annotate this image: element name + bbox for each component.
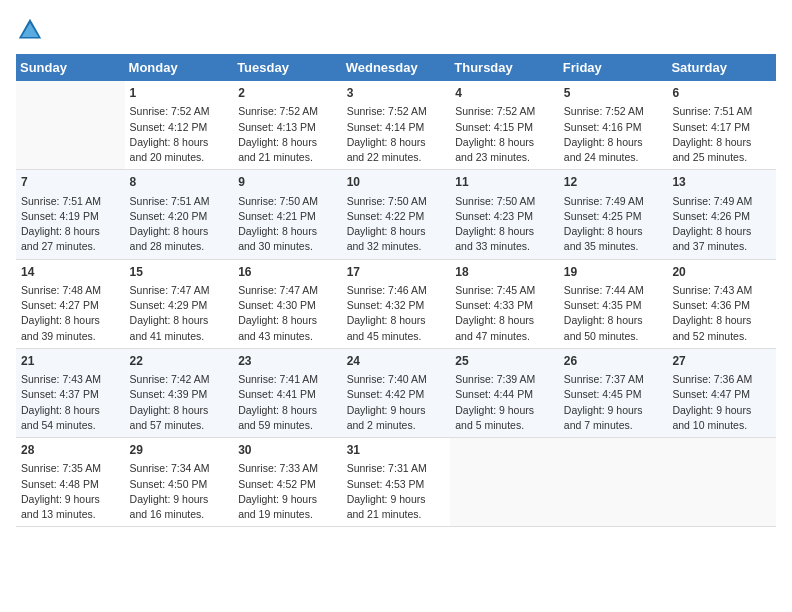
day-number: 1 <box>130 85 229 102</box>
day-info: Sunrise: 7:47 AM Sunset: 4:30 PM Dayligh… <box>238 283 337 344</box>
week-row-4: 21Sunrise: 7:43 AM Sunset: 4:37 PM Dayli… <box>16 348 776 437</box>
day-cell: 20Sunrise: 7:43 AM Sunset: 4:36 PM Dayli… <box>667 259 776 348</box>
day-info: Sunrise: 7:52 AM Sunset: 4:12 PM Dayligh… <box>130 104 229 165</box>
day-number: 30 <box>238 442 337 459</box>
day-cell: 23Sunrise: 7:41 AM Sunset: 4:41 PM Dayli… <box>233 348 342 437</box>
day-cell: 29Sunrise: 7:34 AM Sunset: 4:50 PM Dayli… <box>125 438 234 527</box>
day-cell: 8Sunrise: 7:51 AM Sunset: 4:20 PM Daylig… <box>125 170 234 259</box>
day-number: 28 <box>21 442 120 459</box>
day-info: Sunrise: 7:40 AM Sunset: 4:42 PM Dayligh… <box>347 372 446 433</box>
day-cell: 26Sunrise: 7:37 AM Sunset: 4:45 PM Dayli… <box>559 348 668 437</box>
day-cell <box>16 81 125 170</box>
day-cell: 5Sunrise: 7:52 AM Sunset: 4:16 PM Daylig… <box>559 81 668 170</box>
day-cell: 19Sunrise: 7:44 AM Sunset: 4:35 PM Dayli… <box>559 259 668 348</box>
day-number: 21 <box>21 353 120 370</box>
day-number: 13 <box>672 174 771 191</box>
day-cell: 3Sunrise: 7:52 AM Sunset: 4:14 PM Daylig… <box>342 81 451 170</box>
day-number: 3 <box>347 85 446 102</box>
day-info: Sunrise: 7:51 AM Sunset: 4:19 PM Dayligh… <box>21 194 120 255</box>
day-cell: 12Sunrise: 7:49 AM Sunset: 4:25 PM Dayli… <box>559 170 668 259</box>
day-number: 2 <box>238 85 337 102</box>
day-info: Sunrise: 7:52 AM Sunset: 4:13 PM Dayligh… <box>238 104 337 165</box>
day-cell <box>667 438 776 527</box>
day-info: Sunrise: 7:36 AM Sunset: 4:47 PM Dayligh… <box>672 372 771 433</box>
day-cell: 25Sunrise: 7:39 AM Sunset: 4:44 PM Dayli… <box>450 348 559 437</box>
day-number: 15 <box>130 264 229 281</box>
day-cell: 24Sunrise: 7:40 AM Sunset: 4:42 PM Dayli… <box>342 348 451 437</box>
header-day-friday: Friday <box>559 54 668 81</box>
day-info: Sunrise: 7:52 AM Sunset: 4:14 PM Dayligh… <box>347 104 446 165</box>
logo <box>16 16 48 44</box>
day-cell: 14Sunrise: 7:48 AM Sunset: 4:27 PM Dayli… <box>16 259 125 348</box>
day-info: Sunrise: 7:50 AM Sunset: 4:22 PM Dayligh… <box>347 194 446 255</box>
day-cell: 7Sunrise: 7:51 AM Sunset: 4:19 PM Daylig… <box>16 170 125 259</box>
week-row-3: 14Sunrise: 7:48 AM Sunset: 4:27 PM Dayli… <box>16 259 776 348</box>
day-number: 16 <box>238 264 337 281</box>
day-number: 5 <box>564 85 663 102</box>
calendar-body: 1Sunrise: 7:52 AM Sunset: 4:12 PM Daylig… <box>16 81 776 527</box>
day-number: 24 <box>347 353 446 370</box>
page-header <box>16 16 776 44</box>
header-day-sunday: Sunday <box>16 54 125 81</box>
day-info: Sunrise: 7:44 AM Sunset: 4:35 PM Dayligh… <box>564 283 663 344</box>
day-cell: 30Sunrise: 7:33 AM Sunset: 4:52 PM Dayli… <box>233 438 342 527</box>
day-cell: 22Sunrise: 7:42 AM Sunset: 4:39 PM Dayli… <box>125 348 234 437</box>
day-info: Sunrise: 7:45 AM Sunset: 4:33 PM Dayligh… <box>455 283 554 344</box>
day-number: 20 <box>672 264 771 281</box>
day-cell: 1Sunrise: 7:52 AM Sunset: 4:12 PM Daylig… <box>125 81 234 170</box>
day-info: Sunrise: 7:31 AM Sunset: 4:53 PM Dayligh… <box>347 461 446 522</box>
day-cell: 21Sunrise: 7:43 AM Sunset: 4:37 PM Dayli… <box>16 348 125 437</box>
day-number: 18 <box>455 264 554 281</box>
day-info: Sunrise: 7:48 AM Sunset: 4:27 PM Dayligh… <box>21 283 120 344</box>
day-info: Sunrise: 7:50 AM Sunset: 4:23 PM Dayligh… <box>455 194 554 255</box>
day-cell: 15Sunrise: 7:47 AM Sunset: 4:29 PM Dayli… <box>125 259 234 348</box>
day-info: Sunrise: 7:37 AM Sunset: 4:45 PM Dayligh… <box>564 372 663 433</box>
day-number: 22 <box>130 353 229 370</box>
day-cell: 10Sunrise: 7:50 AM Sunset: 4:22 PM Dayli… <box>342 170 451 259</box>
day-number: 4 <box>455 85 554 102</box>
day-number: 29 <box>130 442 229 459</box>
day-number: 6 <box>672 85 771 102</box>
day-number: 31 <box>347 442 446 459</box>
header-day-saturday: Saturday <box>667 54 776 81</box>
day-info: Sunrise: 7:47 AM Sunset: 4:29 PM Dayligh… <box>130 283 229 344</box>
header-day-tuesday: Tuesday <box>233 54 342 81</box>
day-info: Sunrise: 7:51 AM Sunset: 4:17 PM Dayligh… <box>672 104 771 165</box>
day-cell: 18Sunrise: 7:45 AM Sunset: 4:33 PM Dayli… <box>450 259 559 348</box>
day-info: Sunrise: 7:34 AM Sunset: 4:50 PM Dayligh… <box>130 461 229 522</box>
day-cell: 17Sunrise: 7:46 AM Sunset: 4:32 PM Dayli… <box>342 259 451 348</box>
day-number: 12 <box>564 174 663 191</box>
day-cell: 27Sunrise: 7:36 AM Sunset: 4:47 PM Dayli… <box>667 348 776 437</box>
week-row-5: 28Sunrise: 7:35 AM Sunset: 4:48 PM Dayli… <box>16 438 776 527</box>
header-day-monday: Monday <box>125 54 234 81</box>
day-cell: 6Sunrise: 7:51 AM Sunset: 4:17 PM Daylig… <box>667 81 776 170</box>
day-info: Sunrise: 7:49 AM Sunset: 4:25 PM Dayligh… <box>564 194 663 255</box>
day-info: Sunrise: 7:52 AM Sunset: 4:15 PM Dayligh… <box>455 104 554 165</box>
day-info: Sunrise: 7:46 AM Sunset: 4:32 PM Dayligh… <box>347 283 446 344</box>
day-number: 8 <box>130 174 229 191</box>
week-row-2: 7Sunrise: 7:51 AM Sunset: 4:19 PM Daylig… <box>16 170 776 259</box>
day-info: Sunrise: 7:33 AM Sunset: 4:52 PM Dayligh… <box>238 461 337 522</box>
day-cell: 2Sunrise: 7:52 AM Sunset: 4:13 PM Daylig… <box>233 81 342 170</box>
day-number: 14 <box>21 264 120 281</box>
day-cell: 11Sunrise: 7:50 AM Sunset: 4:23 PM Dayli… <box>450 170 559 259</box>
calendar-header: SundayMondayTuesdayWednesdayThursdayFrid… <box>16 54 776 81</box>
day-cell: 16Sunrise: 7:47 AM Sunset: 4:30 PM Dayli… <box>233 259 342 348</box>
day-number: 17 <box>347 264 446 281</box>
day-info: Sunrise: 7:51 AM Sunset: 4:20 PM Dayligh… <box>130 194 229 255</box>
day-cell: 9Sunrise: 7:50 AM Sunset: 4:21 PM Daylig… <box>233 170 342 259</box>
calendar-table: SundayMondayTuesdayWednesdayThursdayFrid… <box>16 54 776 527</box>
day-info: Sunrise: 7:49 AM Sunset: 4:26 PM Dayligh… <box>672 194 771 255</box>
day-number: 7 <box>21 174 120 191</box>
day-number: 9 <box>238 174 337 191</box>
day-cell: 4Sunrise: 7:52 AM Sunset: 4:15 PM Daylig… <box>450 81 559 170</box>
day-number: 25 <box>455 353 554 370</box>
day-number: 26 <box>564 353 663 370</box>
day-info: Sunrise: 7:42 AM Sunset: 4:39 PM Dayligh… <box>130 372 229 433</box>
day-cell <box>559 438 668 527</box>
day-info: Sunrise: 7:52 AM Sunset: 4:16 PM Dayligh… <box>564 104 663 165</box>
day-number: 27 <box>672 353 771 370</box>
day-info: Sunrise: 7:41 AM Sunset: 4:41 PM Dayligh… <box>238 372 337 433</box>
day-number: 11 <box>455 174 554 191</box>
day-number: 23 <box>238 353 337 370</box>
